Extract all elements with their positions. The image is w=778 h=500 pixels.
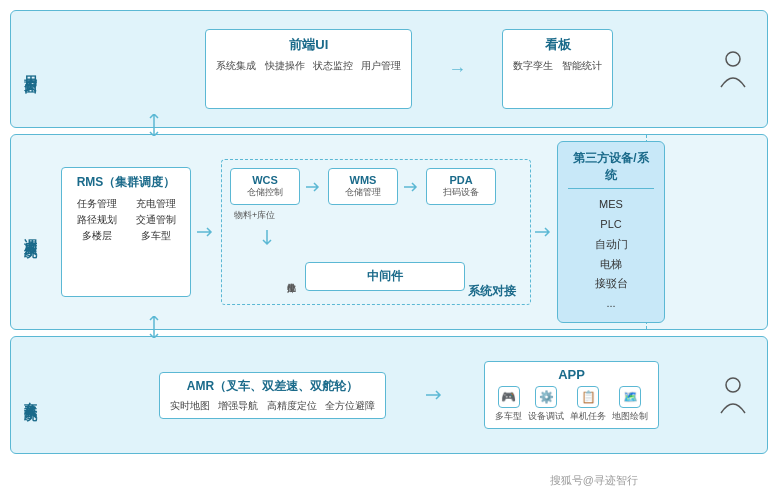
third-party-panel: 第三方设备/系统 MES PLC 自动门 电梯 接驳台 ... <box>557 141 665 323</box>
sys-interface-label: 系统对接 <box>468 283 516 300</box>
amr-box: AMR（叉车、双差速、双舵轮） 实时地图 增强导航 高精度定位 全方位避障 <box>159 372 386 419</box>
vehicle-layer: 车载系统 AMR（叉车、双差速、双舵轮） 实时地图 增强导航 高精度定位 全方位… <box>10 336 768 454</box>
user-person-icon <box>719 49 747 89</box>
kanban-subs: 数字孪生 智能统计 <box>513 58 601 73</box>
rms-grid: 任务管理 充电管理 路径规划 交通管制 多楼层 多车型 <box>70 197 182 243</box>
wms-sub: 仓储管理 <box>337 186 389 199</box>
rms-to-sys-arrow <box>197 225 215 239</box>
dispatch-layer-inner: RMS（集群调度） 任务管理 充电管理 路径规划 交通管制 多楼层 多车型 <box>61 135 757 329</box>
frontend-ui-title: 前端UI <box>289 36 328 54</box>
rms-item-2: 路径规划 <box>70 213 123 227</box>
sys-interface-area: WCS 仓储控制 WMS 仓储管理 <box>221 159 531 305</box>
rms-title: RMS（集群调度） <box>70 174 182 191</box>
app-icon-0: 🎮 <box>498 386 520 408</box>
kanban-box: 看板 数字孪生 智能统计 <box>502 29 612 109</box>
wcs-title: WCS <box>239 174 291 186</box>
wcs-to-wms-arrow <box>306 180 322 194</box>
app-icon-3: 🗺️ <box>619 386 641 408</box>
rms-item-3: 交通管制 <box>129 213 182 227</box>
svg-point-1 <box>726 378 740 392</box>
dispatch-vehicle-arrow <box>147 316 161 338</box>
app-item-0: 🎮 多车型 <box>495 386 522 423</box>
vehicle-layer-label: 车载系统 <box>21 391 39 399</box>
middleware-row: 小批量库位 中间件 <box>287 256 466 296</box>
pda-sub: 扫码设备 <box>435 186 487 199</box>
frontend-ui-box: 前端UI 系统集成 快捷操作 状态监控 用户管理 <box>205 29 412 109</box>
amr-to-app-arrow <box>426 388 444 402</box>
vehicle-layer-inner: AMR（叉车、双差速、双舵轮） 实时地图 增强导航 高精度定位 全方位避障 AP… <box>61 337 757 453</box>
wms-title: WMS <box>337 174 389 186</box>
svg-point-0 <box>726 52 740 66</box>
vehicle-person-icon <box>719 375 747 415</box>
main-container: 用户页面 前端UI 系统集成 快捷操作 状态监控 用户管理 → 看板 数字孪生 <box>0 0 778 500</box>
wms-to-pda-arrow <box>404 180 420 194</box>
down-arrow-to-middleware <box>230 230 522 248</box>
app-label-1: 设备调试 <box>528 410 564 423</box>
app-icons-row: 🎮 多车型 ⚙️ 设备调试 📋 单机任务 🗺️ 地图绘制 <box>495 386 648 423</box>
rms-item-5: 多车型 <box>129 229 182 243</box>
app-item-2: 📋 单机任务 <box>570 386 606 423</box>
app-label-3: 地图绘制 <box>612 410 648 423</box>
wms-box: WMS 仓储管理 <box>328 168 398 205</box>
user-dispatch-arrow <box>147 114 161 136</box>
rms-box: RMS（集群调度） 任务管理 充电管理 路径规划 交通管制 多楼层 多车型 <box>61 167 191 297</box>
rms-item-4: 多楼层 <box>70 229 123 243</box>
pda-title: PDA <box>435 174 487 186</box>
app-box: APP 🎮 多车型 ⚙️ 设备调试 📋 单机任务 🗺️ <box>484 361 659 429</box>
user-layer: 用户页面 前端UI 系统集成 快捷操作 状态监控 用户管理 → 看板 数字孪生 <box>10 10 768 128</box>
frontend-ui-subs: 系统集成 快捷操作 状态监控 用户管理 <box>216 58 401 73</box>
wcs-sub: 仓储控制 <box>239 186 291 199</box>
amr-title: AMR（叉车、双差速、双舵轮） <box>170 378 375 395</box>
pda-box: PDA 扫码设备 <box>426 168 496 205</box>
user-layer-inner: 前端UI 系统集成 快捷操作 状态监控 用户管理 → 看板 数字孪生 智能统计 <box>61 11 757 127</box>
app-item-1: ⚙️ 设备调试 <box>528 386 564 423</box>
wcs-sub2-label: 物料+库位 <box>230 209 522 222</box>
wcs-box: WCS 仓储控制 <box>230 168 300 205</box>
dispatch-layer-label: 调度系统 <box>21 228 39 236</box>
rms-item-1: 充电管理 <box>129 197 182 211</box>
app-item-3: 🗺️ 地图绘制 <box>612 386 648 423</box>
kanban-title: 看板 <box>545 36 571 54</box>
third-party-title: 第三方设备/系统 <box>568 150 654 189</box>
sys-top-row: WCS 仓储控制 WMS 仓储管理 <box>230 168 522 205</box>
small-batch-label: 小批量库位 <box>287 256 298 296</box>
ui-to-kanban-arrow: → <box>442 62 472 76</box>
app-icon-2: 📋 <box>577 386 599 408</box>
middleware-title: 中间件 <box>322 268 448 285</box>
dispatch-layer: 调度系统 RMS（集群调度） 任务管理 充电管理 路径规划 交通管制 多楼层 多… <box>10 134 768 330</box>
sys-to-third-arrow <box>535 225 553 239</box>
app-title: APP <box>495 367 648 382</box>
user-layer-label: 用户页面 <box>21 65 39 73</box>
middleware-box: 中间件 <box>305 262 465 291</box>
app-icon-1: ⚙️ <box>535 386 557 408</box>
app-label-2: 单机任务 <box>570 410 606 423</box>
third-party-items: MES PLC 自动门 电梯 接驳台 ... <box>568 195 654 314</box>
app-label-0: 多车型 <box>495 410 522 423</box>
rms-item-0: 任务管理 <box>70 197 123 211</box>
watermark: 搜狐号@寻迹智行 <box>550 473 638 488</box>
amr-subs: 实时地图 增强导航 高精度定位 全方位避障 <box>170 399 375 413</box>
